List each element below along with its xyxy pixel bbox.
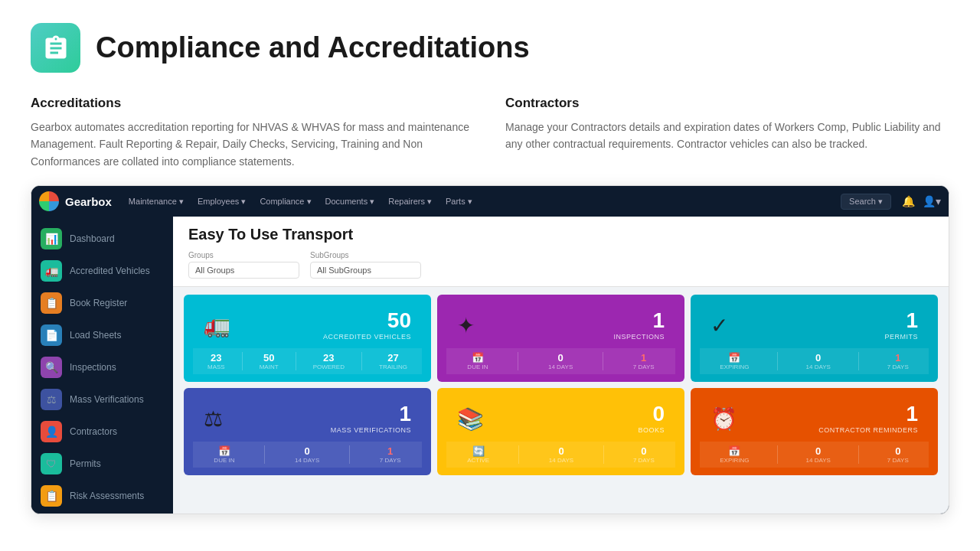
- sidebar-item-non-conformances[interactable]: ✕ Non Conformances: [31, 512, 173, 514]
- vehicles-count: 50: [323, 310, 411, 331]
- card-number-area-inspections: 1 INSPECTIONS: [613, 310, 665, 341]
- contractors-col: Contractors Manage your Contractors deta…: [505, 96, 949, 170]
- stat-14days-contractors: 0 14 DAYS: [806, 445, 831, 464]
- sidebar-label-permits: Permits: [70, 458, 101, 469]
- nav-parts[interactable]: Parts ▾: [441, 194, 477, 210]
- sidebar-item-dashboard[interactable]: 📊 Dashboard: [31, 223, 173, 255]
- groups-input[interactable]: [188, 262, 299, 279]
- groups-label: Groups: [188, 251, 299, 259]
- page-icon: [31, 23, 80, 73]
- card-stats-books: 🔄 ACTIVE 0 14 DAYS 0 7 DAYS: [446, 442, 675, 468]
- contractors-icon: 👤: [41, 421, 62, 442]
- stat-14days-permits: 0 14 DAYS: [806, 352, 831, 370]
- stat-7days-permits: 1 7 DAYS: [887, 352, 909, 370]
- stat-14days-mass: 0 14 DAYS: [295, 445, 319, 464]
- sidebar-label-dashboard: Dashboard: [70, 233, 115, 244]
- card-main-inspections: ✦ 1 INSPECTIONS: [446, 302, 675, 348]
- search-button[interactable]: Search ▾: [841, 194, 891, 210]
- load-sheets-icon: 📄: [41, 324, 62, 346]
- user-icon[interactable]: 👤▾: [923, 195, 941, 207]
- sidebar-item-inspections[interactable]: 🔍 Inspections: [31, 351, 173, 383]
- sidebar-item-load-sheets[interactable]: 📄 Load Sheets: [31, 319, 173, 351]
- stat-maint: 50 MAINT: [260, 352, 279, 370]
- card-stats-contractors: 📅 EXPIRING 0 14 DAYS 0 7 DAYS: [700, 442, 929, 468]
- logo-circle: [39, 191, 59, 211]
- card-icon-books: 📚: [457, 406, 484, 432]
- sidebar-item-accredited-vehicles[interactable]: 🚛 Accredited Vehicles: [31, 255, 173, 287]
- sidebar-label-accredited-vehicles: Accredited Vehicles: [70, 266, 150, 276]
- permits-count: 1: [884, 310, 918, 331]
- stat-7days: 1 7 DAYS: [633, 352, 655, 370]
- clipboard-icon: [42, 34, 70, 62]
- card-stats-mass: 📅 DUE IN 0 14 DAYS 1 7 DAYS: [193, 442, 422, 468]
- mass-label: MASS VERIFICATIONS: [331, 426, 411, 434]
- main-content: Easy To Use Transport Groups SubGroups: [173, 217, 949, 514]
- logo-text: Gearbox: [65, 195, 112, 208]
- card-main-books: 📚 0 BOOKS: [446, 396, 675, 442]
- books-label: BOOKS: [638, 426, 665, 434]
- nav-documents[interactable]: Documents ▾: [321, 194, 380, 210]
- sidebar-item-mass-verifications[interactable]: ⚖ Mass Verifications: [31, 383, 173, 416]
- contractors-reminders-label: CONTRACTOR REMINDERS: [818, 426, 918, 434]
- sidebar-label-book-register: Book Register: [70, 298, 127, 308]
- card-stats-permits: 📅 EXPIRING 0 14 DAYS 1 7 DAYS: [700, 348, 929, 374]
- bell-icon[interactable]: 🔔: [902, 195, 915, 207]
- permits-label: PERMITS: [884, 333, 918, 341]
- sidebar: 📊 Dashboard 🚛 Accredited Vehicles 📋 Book…: [31, 217, 173, 514]
- stat-mass: 23 MASS: [207, 352, 225, 370]
- content-columns: Accreditations Gearbox automates accredi…: [0, 88, 980, 185]
- contractors-count: 1: [818, 403, 918, 425]
- card-contractor-reminders[interactable]: ⏰ 1 CONTRACTOR REMINDERS 📅 EXPIRING: [691, 388, 938, 475]
- card-permits[interactable]: ✓ 1 PERMITS 📅 EXPIRING: [691, 295, 938, 382]
- stat-active-books: 🔄 ACTIVE: [467, 445, 489, 464]
- card-number-area-books: 0 BOOKS: [638, 403, 665, 434]
- app-body: 📊 Dashboard 🚛 Accredited Vehicles 📋 Book…: [31, 217, 949, 514]
- card-inspections[interactable]: ✦ 1 INSPECTIONS 📅 DUE IN: [437, 295, 684, 382]
- sidebar-item-contractors[interactable]: 👤 Contractors: [31, 416, 173, 448]
- app-navbar: Gearbox Maintenance ▾ Employees ▾ Compli…: [31, 186, 949, 217]
- cards-row-1: 🚛 50 ACCREDITED VEHICLES 23 MASS: [184, 295, 938, 382]
- card-stats-vehicles: 23 MASS 50 MAINT 23 POWERED: [193, 348, 422, 374]
- nav-maintenance[interactable]: Maintenance ▾: [124, 194, 188, 210]
- dashboard-icon: 📊: [41, 228, 62, 249]
- accreditations-text: Gearbox automates accreditation reportin…: [31, 119, 475, 170]
- app-screenshot: Gearbox Maintenance ▾ Employees ▾ Compli…: [31, 185, 949, 514]
- nav-repairers[interactable]: Repairers ▾: [384, 194, 436, 210]
- sidebar-item-permits[interactable]: 🛡 Permits: [31, 448, 173, 480]
- nav-compliance[interactable]: Compliance ▾: [255, 194, 315, 210]
- card-icon-mass: ⚖: [204, 406, 223, 432]
- stat-powered: 23 POWERED: [313, 352, 345, 370]
- subgroups-filter: SubGroups: [310, 251, 421, 279]
- card-mass-verifications[interactable]: ⚖ 1 MASS VERIFICATIONS 📅 DUE IN: [184, 388, 431, 475]
- sidebar-item-book-register[interactable]: 📋 Book Register: [31, 287, 173, 319]
- app-logo: Gearbox: [39, 191, 112, 211]
- stat-expiring-contractors: 📅 EXPIRING: [720, 445, 749, 464]
- card-main-accredited: 🚛 50 ACCREDITED VEHICLES: [193, 302, 422, 348]
- groups-filter: Groups: [188, 251, 299, 279]
- card-accredited-vehicles[interactable]: 🚛 50 ACCREDITED VEHICLES 23 MASS: [184, 295, 431, 382]
- card-stats-inspections: 📅 DUE IN 0 14 DAYS 1 7 DAYS: [446, 348, 675, 374]
- sidebar-label-risk-assessments: Risk Assessments: [70, 491, 144, 501]
- card-number-area-contractors: 1 CONTRACTOR REMINDERS: [818, 403, 918, 434]
- inspections-label: INSPECTIONS: [613, 333, 665, 341]
- mass-count: 1: [331, 403, 411, 425]
- sidebar-item-risk-assessments[interactable]: 📋 Risk Assessments: [31, 480, 173, 512]
- card-main-permits: ✓ 1 PERMITS: [700, 302, 929, 348]
- inspections-count: 1: [613, 310, 665, 331]
- card-number-area-vehicles: 50 ACCREDITED VEHICLES: [323, 310, 411, 341]
- stat-14days-books: 0 14 DAYS: [549, 445, 573, 464]
- cards-area: 🚛 50 ACCREDITED VEHICLES 23 MASS: [173, 287, 949, 483]
- nav-icons: 🔔 👤▾: [902, 195, 941, 207]
- contractors-text: Manage your Contractors details and expi…: [505, 119, 949, 153]
- subgroups-input[interactable]: [310, 262, 421, 279]
- sidebar-label-load-sheets: Load Sheets: [70, 330, 121, 341]
- nav-employees[interactable]: Employees ▾: [193, 194, 250, 210]
- mass-verifications-icon: ⚖: [41, 389, 62, 410]
- inspections-icon: 🔍: [41, 357, 62, 378]
- card-books[interactable]: 📚 0 BOOKS 🔄 ACTIVE: [437, 388, 684, 475]
- accredited-vehicles-icon: 🚛: [41, 260, 62, 282]
- risk-assessments-icon: 📋: [41, 485, 62, 507]
- stat-7days-mass: 1 7 DAYS: [380, 445, 401, 464]
- book-register-icon: 📋: [41, 292, 62, 314]
- page-header: Compliance and Accreditations: [0, 0, 980, 88]
